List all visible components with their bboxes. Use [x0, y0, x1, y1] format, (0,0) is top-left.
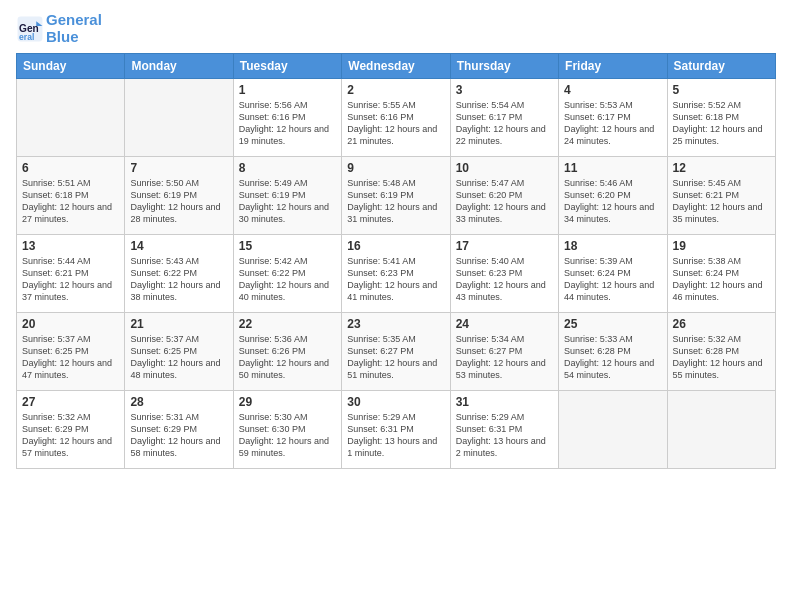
day-info: Sunrise: 5:45 AM Sunset: 6:21 PM Dayligh… [673, 177, 770, 226]
day-number: 3 [456, 83, 553, 97]
calendar-cell: 7Sunrise: 5:50 AM Sunset: 6:19 PM Daylig… [125, 157, 233, 235]
day-info: Sunrise: 5:29 AM Sunset: 6:31 PM Dayligh… [347, 411, 444, 460]
day-info: Sunrise: 5:29 AM Sunset: 6:31 PM Dayligh… [456, 411, 553, 460]
day-number: 12 [673, 161, 770, 175]
day-number: 18 [564, 239, 661, 253]
day-info: Sunrise: 5:33 AM Sunset: 6:28 PM Dayligh… [564, 333, 661, 382]
day-info: Sunrise: 5:34 AM Sunset: 6:27 PM Dayligh… [456, 333, 553, 382]
day-number: 16 [347, 239, 444, 253]
week-row-3: 13Sunrise: 5:44 AM Sunset: 6:21 PM Dayli… [17, 235, 776, 313]
day-number: 15 [239, 239, 336, 253]
day-number: 7 [130, 161, 227, 175]
calendar-cell: 5Sunrise: 5:52 AM Sunset: 6:18 PM Daylig… [667, 79, 775, 157]
calendar-cell: 31Sunrise: 5:29 AM Sunset: 6:31 PM Dayli… [450, 391, 558, 469]
day-number: 11 [564, 161, 661, 175]
day-number: 21 [130, 317, 227, 331]
day-info: Sunrise: 5:31 AM Sunset: 6:29 PM Dayligh… [130, 411, 227, 460]
day-number: 29 [239, 395, 336, 409]
day-number: 2 [347, 83, 444, 97]
calendar-cell [667, 391, 775, 469]
day-number: 25 [564, 317, 661, 331]
calendar-cell: 1Sunrise: 5:56 AM Sunset: 6:16 PM Daylig… [233, 79, 341, 157]
calendar-cell: 9Sunrise: 5:48 AM Sunset: 6:19 PM Daylig… [342, 157, 450, 235]
calendar-cell: 18Sunrise: 5:39 AM Sunset: 6:24 PM Dayli… [559, 235, 667, 313]
weekday-header-monday: Monday [125, 54, 233, 79]
weekday-header-wednesday: Wednesday [342, 54, 450, 79]
calendar-cell: 19Sunrise: 5:38 AM Sunset: 6:24 PM Dayli… [667, 235, 775, 313]
day-info: Sunrise: 5:36 AM Sunset: 6:26 PM Dayligh… [239, 333, 336, 382]
day-info: Sunrise: 5:32 AM Sunset: 6:28 PM Dayligh… [673, 333, 770, 382]
day-info: Sunrise: 5:41 AM Sunset: 6:23 PM Dayligh… [347, 255, 444, 304]
day-number: 5 [673, 83, 770, 97]
day-info: Sunrise: 5:37 AM Sunset: 6:25 PM Dayligh… [22, 333, 119, 382]
calendar-cell: 15Sunrise: 5:42 AM Sunset: 6:22 PM Dayli… [233, 235, 341, 313]
day-info: Sunrise: 5:35 AM Sunset: 6:27 PM Dayligh… [347, 333, 444, 382]
weekday-header-tuesday: Tuesday [233, 54, 341, 79]
day-info: Sunrise: 5:53 AM Sunset: 6:17 PM Dayligh… [564, 99, 661, 148]
weekday-header-thursday: Thursday [450, 54, 558, 79]
day-info: Sunrise: 5:51 AM Sunset: 6:18 PM Dayligh… [22, 177, 119, 226]
day-number: 6 [22, 161, 119, 175]
day-number: 31 [456, 395, 553, 409]
day-number: 27 [22, 395, 119, 409]
calendar-cell [17, 79, 125, 157]
day-number: 14 [130, 239, 227, 253]
week-row-2: 6Sunrise: 5:51 AM Sunset: 6:18 PM Daylig… [17, 157, 776, 235]
logo-text-line1: General [46, 12, 102, 29]
calendar-cell: 8Sunrise: 5:49 AM Sunset: 6:19 PM Daylig… [233, 157, 341, 235]
calendar-cell: 30Sunrise: 5:29 AM Sunset: 6:31 PM Dayli… [342, 391, 450, 469]
calendar-cell: 26Sunrise: 5:32 AM Sunset: 6:28 PM Dayli… [667, 313, 775, 391]
day-number: 17 [456, 239, 553, 253]
calendar-cell: 24Sunrise: 5:34 AM Sunset: 6:27 PM Dayli… [450, 313, 558, 391]
day-info: Sunrise: 5:48 AM Sunset: 6:19 PM Dayligh… [347, 177, 444, 226]
calendar-cell: 28Sunrise: 5:31 AM Sunset: 6:29 PM Dayli… [125, 391, 233, 469]
day-number: 10 [456, 161, 553, 175]
calendar-cell: 16Sunrise: 5:41 AM Sunset: 6:23 PM Dayli… [342, 235, 450, 313]
calendar-cell: 21Sunrise: 5:37 AM Sunset: 6:25 PM Dayli… [125, 313, 233, 391]
calendar-cell: 2Sunrise: 5:55 AM Sunset: 6:16 PM Daylig… [342, 79, 450, 157]
logo-text-line2: Blue [46, 29, 102, 46]
calendar-cell: 14Sunrise: 5:43 AM Sunset: 6:22 PM Dayli… [125, 235, 233, 313]
day-info: Sunrise: 5:32 AM Sunset: 6:29 PM Dayligh… [22, 411, 119, 460]
calendar-cell: 29Sunrise: 5:30 AM Sunset: 6:30 PM Dayli… [233, 391, 341, 469]
logo: Gen eral General Blue [16, 12, 102, 45]
day-number: 20 [22, 317, 119, 331]
calendar-cell: 27Sunrise: 5:32 AM Sunset: 6:29 PM Dayli… [17, 391, 125, 469]
day-info: Sunrise: 5:52 AM Sunset: 6:18 PM Dayligh… [673, 99, 770, 148]
weekday-header-sunday: Sunday [17, 54, 125, 79]
day-info: Sunrise: 5:44 AM Sunset: 6:21 PM Dayligh… [22, 255, 119, 304]
day-info: Sunrise: 5:43 AM Sunset: 6:22 PM Dayligh… [130, 255, 227, 304]
logo-icon: Gen eral [16, 15, 44, 43]
calendar-cell: 20Sunrise: 5:37 AM Sunset: 6:25 PM Dayli… [17, 313, 125, 391]
day-info: Sunrise: 5:39 AM Sunset: 6:24 PM Dayligh… [564, 255, 661, 304]
day-info: Sunrise: 5:40 AM Sunset: 6:23 PM Dayligh… [456, 255, 553, 304]
day-number: 30 [347, 395, 444, 409]
calendar-cell: 6Sunrise: 5:51 AM Sunset: 6:18 PM Daylig… [17, 157, 125, 235]
calendar-cell: 17Sunrise: 5:40 AM Sunset: 6:23 PM Dayli… [450, 235, 558, 313]
day-number: 13 [22, 239, 119, 253]
day-info: Sunrise: 5:56 AM Sunset: 6:16 PM Dayligh… [239, 99, 336, 148]
day-info: Sunrise: 5:46 AM Sunset: 6:20 PM Dayligh… [564, 177, 661, 226]
calendar-cell: 23Sunrise: 5:35 AM Sunset: 6:27 PM Dayli… [342, 313, 450, 391]
day-number: 8 [239, 161, 336, 175]
calendar-cell: 11Sunrise: 5:46 AM Sunset: 6:20 PM Dayli… [559, 157, 667, 235]
week-row-4: 20Sunrise: 5:37 AM Sunset: 6:25 PM Dayli… [17, 313, 776, 391]
day-number: 1 [239, 83, 336, 97]
calendar-table: SundayMondayTuesdayWednesdayThursdayFrid… [16, 53, 776, 469]
weekday-header-saturday: Saturday [667, 54, 775, 79]
day-number: 28 [130, 395, 227, 409]
day-number: 9 [347, 161, 444, 175]
day-info: Sunrise: 5:54 AM Sunset: 6:17 PM Dayligh… [456, 99, 553, 148]
calendar-cell: 3Sunrise: 5:54 AM Sunset: 6:17 PM Daylig… [450, 79, 558, 157]
weekday-header-friday: Friday [559, 54, 667, 79]
day-info: Sunrise: 5:42 AM Sunset: 6:22 PM Dayligh… [239, 255, 336, 304]
calendar-cell: 12Sunrise: 5:45 AM Sunset: 6:21 PM Dayli… [667, 157, 775, 235]
day-number: 19 [673, 239, 770, 253]
day-number: 23 [347, 317, 444, 331]
calendar-cell [125, 79, 233, 157]
day-info: Sunrise: 5:50 AM Sunset: 6:19 PM Dayligh… [130, 177, 227, 226]
day-number: 4 [564, 83, 661, 97]
calendar-cell: 25Sunrise: 5:33 AM Sunset: 6:28 PM Dayli… [559, 313, 667, 391]
calendar-cell: 22Sunrise: 5:36 AM Sunset: 6:26 PM Dayli… [233, 313, 341, 391]
page: Gen eral General Blue SundayMondayTuesda… [0, 0, 792, 612]
